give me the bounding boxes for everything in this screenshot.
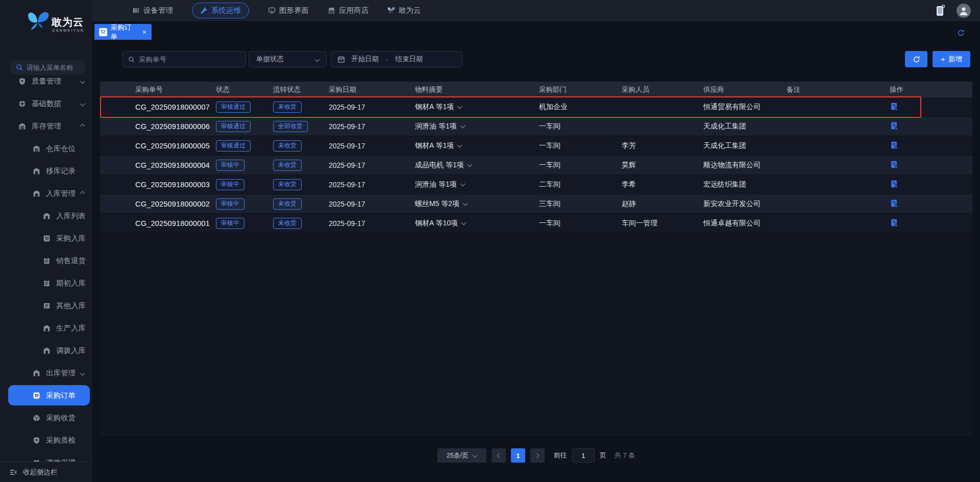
cell-material-summary[interactable]: 润滑油 等1项 [415, 180, 539, 189]
view-detail-button[interactable] [890, 141, 898, 149]
cell-material-summary[interactable]: 钢材A 等10项 [415, 219, 539, 228]
nav-item-graphic-ui[interactable]: x图形界面 [268, 6, 309, 15]
view-detail-button[interactable] [890, 121, 898, 130]
sidebar-item-purchase-receive[interactable]: 采购收货 [0, 407, 92, 429]
material-summary-text: 润滑油 等1项 [415, 122, 457, 130]
cell-purchase-date: 2025-09-17 [329, 200, 415, 208]
view-detail-button[interactable] [890, 199, 898, 208]
warehouse-icon [18, 122, 26, 130]
cell-material-summary[interactable]: 成品电机 等1项 [415, 161, 539, 170]
order-no-input[interactable] [139, 56, 240, 63]
next-page-button[interactable] [530, 448, 545, 463]
cell-material-summary[interactable]: 螺丝M5 等2项 [415, 199, 539, 209]
chevron-right-icon [534, 453, 539, 458]
user-avatar[interactable] [957, 4, 971, 18]
view-detail-button[interactable] [890, 180, 898, 188]
table-row[interactable]: CG_20250918000003审核中未收货2025-09-17润滑油 等1项… [100, 175, 972, 194]
goto-page-input[interactable] [572, 448, 595, 463]
clipboard-icon [43, 257, 51, 265]
cell-purchase-dept: 一车间 [539, 161, 622, 170]
shield-icon [18, 78, 26, 85]
material-summary-text: 钢材A 等1项 [415, 141, 454, 149]
cell-actions [890, 141, 972, 151]
cell-flow-status: 未收货 [273, 140, 329, 151]
date-range-picker[interactable]: 开始日期 - 结束日期 [331, 51, 462, 67]
column-header-purchase-dept: 采购部门 [539, 85, 622, 94]
sidebar-item-base-data[interactable]: 基础数据 [0, 92, 92, 115]
sidebar-item-production-inbound[interactable]: 生产入库 [0, 317, 92, 339]
sidebar-item-move-records[interactable]: 移库记录 [0, 160, 92, 182]
table-row[interactable]: CG_20250918000005审核通过未收货2025-09-17钢材A 等1… [100, 136, 972, 156]
cell-material-summary[interactable]: 钢材A 等1项 [415, 141, 539, 150]
house-icon [43, 212, 51, 220]
brand-logo: 敢为云 GANWEIYUN [0, 0, 92, 48]
sidebar-item-transfer-inbound[interactable]: 调拨入库 [0, 339, 92, 362]
page-size-select[interactable]: 25条/页 [437, 448, 486, 463]
table-row[interactable]: CG_20250918000001审核中未收货2025-09-17钢材A 等10… [100, 214, 972, 233]
cell-supplier: 天成化工集团 [703, 122, 787, 131]
purchase-order-table: 采购单号状态流转状态采购日期物料摘要采购部门采购人员供应商备注操作 CG_202… [100, 82, 972, 435]
view-detail-button[interactable] [890, 218, 898, 227]
nav-item-system-ops[interactable]: 系统运维 [192, 3, 249, 18]
cell-status: 审核中 [216, 179, 273, 190]
sidebar-item-sales-return[interactable]: 销售退货 [0, 249, 92, 272]
material-summary-text: 螺丝M5 等2项 [415, 199, 459, 208]
nav-item-label: 设备管理 [143, 6, 173, 15]
status-badge: 审核中 [216, 198, 244, 210]
sidebar-item-warehouse-slots[interactable]: 仓库仓位 [0, 137, 92, 160]
sidebar-item-other-inbound[interactable]: 其他入库 [0, 294, 92, 317]
butterfly-logo-icon [27, 11, 50, 33]
cell-purchase-dept: 一车间 [539, 141, 622, 150]
cell-purchase-dept: 一车间 [539, 122, 622, 131]
sidebar-item-outbound-management[interactable]: 出库管理 [0, 362, 92, 384]
sidebar-item-purchase-order[interactable]: 采购订单 [0, 384, 92, 407]
page-number-button[interactable]: 1 [511, 448, 525, 463]
topbar-right [935, 0, 971, 21]
view-detail-button[interactable] [890, 102, 898, 111]
sidebar-item-purchase-qc[interactable]: 采购质检 [0, 429, 92, 451]
cell-actions [890, 121, 972, 132]
monitor-icon: x [268, 7, 276, 14]
sidebar-item-transfer-management[interactable]: 调拨管理 [0, 451, 92, 462]
refresh-button[interactable] [905, 51, 927, 67]
nav-item-ganwei-cloud[interactable]: 敢为云 [387, 6, 421, 15]
add-button[interactable]: + 新增 [933, 51, 970, 67]
clipboard-icon [43, 280, 51, 287]
top-nav: 设备管理系统运维x图形界面应用商店敢为云 [132, 3, 421, 18]
sidebar-item-initial-inbound[interactable]: 期初入库 [0, 272, 92, 294]
column-header-flow-status: 流转状态 [273, 85, 329, 94]
cell-order-no: CG_20250918000004 [135, 161, 216, 169]
view-detail-button[interactable] [890, 160, 898, 169]
table-row[interactable]: CG_20250918000002审核中未收货2025-09-17螺丝M5 等2… [100, 194, 972, 214]
sidebar-item-inventory-management[interactable]: 库存管理 [0, 115, 92, 137]
sidebar-item-inbound-management[interactable]: 入库管理 [0, 182, 92, 205]
nav-item-device-management[interactable]: 设备管理 [132, 6, 173, 15]
cell-purchase-dept: 机加企业 [539, 103, 622, 112]
mobile-phone-icon[interactable] [935, 5, 945, 17]
close-icon[interactable]: × [142, 29, 146, 36]
sidebar-item-quality-management[interactable]: 质量管理 [0, 70, 92, 92]
table-row[interactable]: CG_20250918000004审核中未收货2025-09-17成品电机 等1… [100, 156, 972, 175]
main-content: 单据状态 开始日期 - 结束日期 + 新增 采购单号状态流转状态采购日期物料摘要… [92, 40, 980, 482]
table-row[interactable]: CG_20250918000006审核通过全部收货2025-09-17润滑油 等… [100, 117, 972, 136]
table-row[interactable]: CG_20250918000007审核通过未收货2025-09-17钢材A 等1… [100, 97, 972, 117]
doc-status-select[interactable]: 单据状态 [249, 51, 327, 67]
sidebar-item-purchase-inbound[interactable]: 采购入库 [0, 227, 92, 249]
sidebar-item-inbound-list[interactable]: 入库列表 [0, 205, 92, 227]
refresh-icon[interactable] [957, 29, 965, 37]
sidebar-item-label: 质量管理 [32, 77, 61, 86]
cell-material-summary[interactable]: 钢材A 等1项 [415, 103, 539, 112]
prev-page-button[interactable] [492, 448, 506, 463]
tab-purchase-order[interactable]: 采购订单 × [94, 24, 152, 40]
cart-icon [99, 28, 107, 36]
sidebar-item-label: 采购质检 [46, 436, 76, 445]
nav-item-label: 系统运维 [211, 6, 241, 15]
house-icon [43, 347, 51, 354]
house-icon [33, 190, 40, 197]
cell-purchase-dept: 一车间 [539, 219, 622, 228]
table-header: 采购单号状态流转状态采购日期物料摘要采购部门采购人员供应商备注操作 [100, 82, 972, 97]
cell-material-summary[interactable]: 润滑油 等1项 [415, 122, 539, 131]
nav-item-app-store[interactable]: 应用商店 [328, 6, 369, 15]
cart-icon [33, 392, 40, 399]
collapse-sidebar-button[interactable]: 收起侧边栏 [0, 462, 92, 482]
